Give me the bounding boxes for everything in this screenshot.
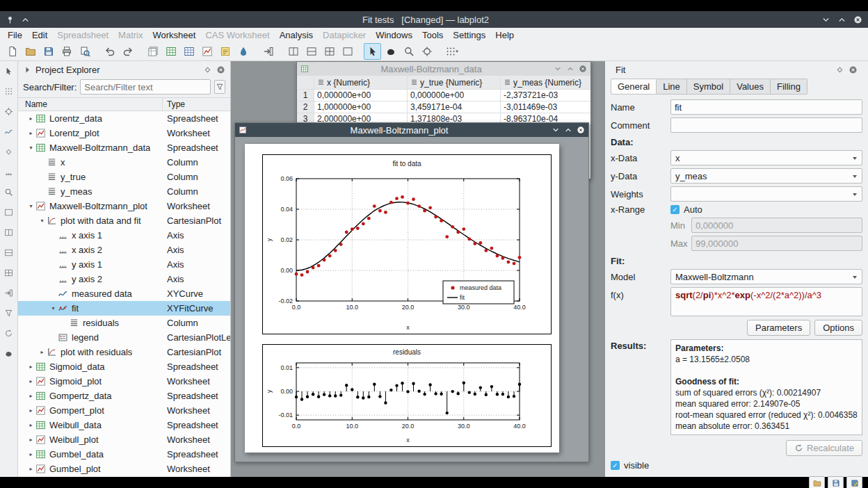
curve-tool-button[interactable] [3, 126, 15, 137]
visible-checkbox[interactable] [611, 461, 620, 470]
pointer-tool-button[interactable] [3, 65, 15, 76]
tree-item-sigmoid-data[interactable]: ▸Sigmoid_dataSpreadsheet [18, 359, 230, 374]
expander-collapsed-icon[interactable]: ▸ [26, 378, 35, 384]
horizontal-layout-button[interactable] [303, 43, 320, 60]
new-datapicker-button[interactable] [234, 43, 252, 60]
window-restore-icon[interactable] [564, 126, 572, 134]
worksheet-window-titlebar[interactable]: Maxwell-Boltzmann_plot [235, 123, 588, 137]
tab-general[interactable]: General [611, 79, 657, 95]
comment-field[interactable] [670, 117, 862, 133]
expander-collapsed-icon[interactable]: ▸ [38, 349, 47, 355]
tree-item-y-axis-1[interactable]: y axis 1Axis [18, 257, 230, 272]
expander-expanded-icon[interactable]: ▾ [38, 218, 47, 224]
import-tool-button[interactable] [3, 287, 15, 298]
expander-expanded-icon[interactable]: ▾ [49, 305, 58, 311]
column-header-name[interactable]: Name [18, 98, 163, 111]
parameters-button[interactable]: Parameters [747, 320, 810, 336]
tab-values[interactable]: Values [730, 79, 771, 95]
tree-item-plot-with-residuals[interactable]: ▸plot with residualsCartesianPlot [18, 345, 230, 359]
panel-arrow-icon[interactable] [23, 65, 31, 74]
ydata-combobox[interactable]: y_meas [670, 168, 862, 184]
print-button[interactable] [58, 43, 75, 60]
cell[interactable]: 1,000000e+00 [314, 101, 408, 113]
tree-item-gumbel-plot[interactable]: ▸Gumbel_plotWorksheet [18, 462, 230, 476]
menu-help[interactable]: Help [490, 29, 519, 41]
row-header[interactable]: 1 [297, 90, 314, 101]
expander-collapsed-icon[interactable]: ▸ [26, 451, 35, 457]
new-workbook-button[interactable] [144, 43, 161, 60]
menu-edit[interactable]: Edit [27, 29, 52, 41]
expander-collapsed-icon[interactable]: ▸ [26, 364, 35, 370]
cell[interactable]: 0,000000e+00 [408, 90, 501, 101]
window-titlebar[interactable]: Fit tests [Changed] — labplot2 [0, 11, 868, 28]
close-panel-icon[interactable] [849, 65, 858, 74]
tree-item-weibull-plot[interactable]: ▸Weibull_plotWorksheet [18, 432, 230, 447]
filter-tool-button[interactable] [3, 307, 15, 318]
window-close-icon[interactable] [579, 65, 587, 73]
tree-item-maxwell-boltzmann-data[interactable]: ▾Maxwell-Boltzmann_dataSpreadsheet [18, 140, 230, 155]
tree-item-weibull-data[interactable]: ▸Weibull_dataSpreadsheet [18, 418, 230, 432]
grid-layout-tool-button[interactable] [3, 267, 15, 278]
float-panel-icon[interactable] [203, 65, 212, 74]
window-close-icon[interactable] [577, 126, 585, 134]
import-data-button[interactable] [259, 43, 277, 60]
print-preview-button[interactable] [76, 43, 93, 60]
menu-spreadsheet[interactable]: Spreadsheet [52, 29, 113, 41]
crosshair-tool-button[interactable] [3, 106, 15, 117]
tab-filling[interactable]: Filling [771, 79, 807, 95]
name-field[interactable] [670, 99, 862, 115]
horizontal-layout-tool-button[interactable] [3, 247, 15, 258]
tree-item-x-axis-2[interactable]: x axis 2Axis [18, 243, 230, 257]
column-header-x-numeric[interactable]: x {Numeric} [314, 76, 408, 90]
navigate-mode-button[interactable] [382, 43, 399, 60]
menu-matrix[interactable]: Matrix [113, 29, 147, 41]
new-matrix-button[interactable] [180, 43, 198, 60]
close-panel-icon[interactable] [216, 65, 225, 74]
spreadsheet-table[interactable]: x {Numeric}y_true {Numeric}y_meas {Numer… [297, 76, 590, 125]
save-as-template-button[interactable] [846, 476, 862, 488]
minimize-icon[interactable] [821, 15, 830, 24]
chart-fit[interactable]: 0.010.020.030.040.0-0.020.000.020.040.06… [262, 154, 552, 334]
tree-item-maxwell-boltzmann-plot[interactable]: ▾Maxwell-Boltzmann_plotWorksheet [18, 199, 230, 213]
menu-datapicker[interactable]: Datapicker [318, 29, 371, 41]
tree-item-x-axis-1[interactable]: x axis 1Axis [18, 228, 230, 243]
column-header-y-true-numeric[interactable]: y_true {Numeric} [408, 76, 501, 90]
new-note-button[interactable] [216, 43, 234, 60]
expander-collapsed-icon[interactable]: ▸ [26, 393, 35, 399]
refresh-tool-button[interactable] [3, 327, 15, 339]
zoom-tool-button[interactable] [3, 186, 15, 197]
select-and-edit-mode-button[interactable] [364, 43, 381, 60]
tab-symbol[interactable]: Symbol [687, 79, 730, 95]
open-project-button[interactable] [22, 43, 39, 60]
load-template-button[interactable] [809, 476, 825, 488]
break-layout-button[interactable] [339, 43, 356, 60]
close-icon[interactable] [853, 15, 862, 24]
model-combobox[interactable]: Maxwell-Boltzmann [670, 269, 862, 284]
zoom-select-mode-button[interactable] [400, 43, 417, 60]
expander-expanded-icon[interactable]: ▾ [26, 203, 35, 209]
shade-icon[interactable] [21, 15, 30, 24]
expander-collapsed-icon[interactable]: ▸ [26, 437, 35, 443]
new-project-button[interactable] [3, 43, 21, 60]
menu-tools[interactable]: Tools [417, 29, 448, 41]
redo-button[interactable] [119, 43, 136, 60]
menu-cas-worksheet[interactable]: CAS Worksheet [200, 29, 274, 41]
expander-collapsed-icon[interactable]: ▸ [26, 466, 35, 472]
auto-range-checkbox[interactable] [670, 205, 680, 214]
tree-item-lorentz-data[interactable]: ▸Lorentz_dataSpreadsheet [18, 111, 230, 126]
tree-item-y-true[interactable]: y_trueColumn [18, 170, 230, 184]
crosshair-mode-button[interactable] [418, 43, 435, 60]
tree-item-legend[interactable]: legendCartesianPlotLegend [18, 330, 230, 345]
column-header-type[interactable]: Type [163, 98, 230, 111]
undo-button[interactable] [101, 43, 118, 60]
menu-analysis[interactable]: Analysis [275, 29, 318, 41]
menu-windows[interactable]: Windows [371, 29, 417, 41]
menu-settings[interactable]: Settings [448, 29, 490, 41]
menu-worksheet[interactable]: Worksheet [147, 29, 200, 41]
window-restore-icon[interactable] [566, 65, 574, 73]
new-worksheet-button[interactable] [198, 43, 216, 60]
window-rollup-icon[interactable] [552, 126, 560, 134]
options-button[interactable]: Options [814, 320, 862, 336]
tree-item-y-meas[interactable]: y_measColumn [18, 184, 230, 199]
vertical-layout-button[interactable] [284, 43, 302, 60]
